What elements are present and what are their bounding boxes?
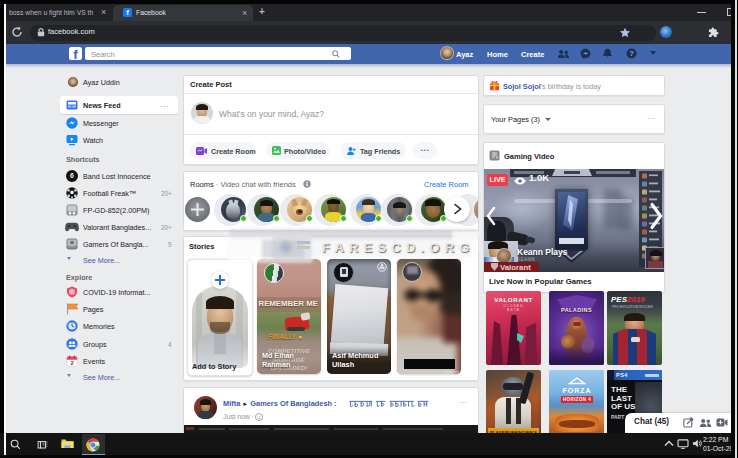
svg-text:2: 2 [70,360,73,366]
svg-text:?: ? [629,49,634,58]
